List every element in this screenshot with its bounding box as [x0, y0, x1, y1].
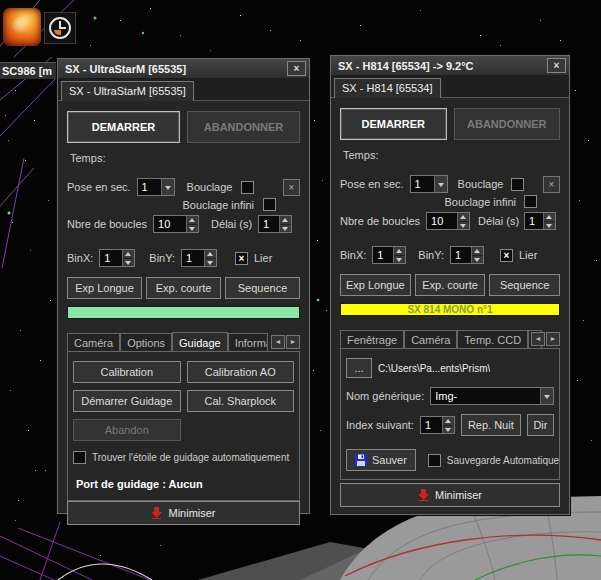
tab-guidage[interactable]: Guidage — [172, 332, 228, 351]
auto-guide-star-checkbox[interactable] — [73, 451, 86, 464]
bouclage-infini-checkbox[interactable] — [524, 195, 537, 208]
lier-label: Lier — [519, 249, 537, 261]
window-titlebar[interactable]: SX - H814 [65534] -> 9.2°C × — [331, 56, 569, 76]
exp-longue-button[interactable]: Exp Longue — [340, 274, 411, 296]
spinner-down-icon[interactable] — [205, 258, 216, 267]
abandonner-button[interactable]: ABANDONNER — [454, 108, 561, 140]
tab-camera[interactable]: Caméra — [67, 333, 120, 351]
bouclage-checkbox[interactable] — [511, 178, 524, 191]
delay-label: Délai (s) — [211, 218, 252, 230]
minimize-icon — [151, 507, 162, 519]
rep-nuit-button[interactable]: Rep. Nuit — [461, 414, 521, 436]
tab-camera[interactable]: Caméra — [404, 330, 457, 348]
close-icon[interactable]: × — [287, 61, 306, 76]
spinner-up-icon[interactable] — [123, 250, 134, 258]
next-index-spinner[interactable]: 1 — [420, 416, 455, 434]
sequence-button[interactable]: Sequence — [225, 277, 300, 299]
tab-information[interactable]: Information — [228, 333, 268, 351]
spinner-down-icon[interactable] — [280, 224, 291, 233]
save-button[interactable]: Sauver — [346, 449, 416, 471]
spinner-up-icon[interactable] — [544, 213, 555, 221]
spinner-up-icon[interactable] — [187, 216, 198, 224]
exp-longue-button[interactable]: Exp Longue — [67, 277, 142, 299]
spinner-down-icon[interactable] — [544, 221, 555, 230]
bouclage-infini-checkbox[interactable] — [263, 198, 276, 211]
device-tab[interactable]: SX - H814 [65534] — [334, 78, 441, 98]
calibration-button[interactable]: Calibration — [73, 361, 181, 383]
tab-scroll-left-icon[interactable]: ◄ — [271, 335, 285, 349]
spinner-up-icon[interactable] — [280, 216, 291, 224]
save-path-text: C:\Users\Pa...ents\Prism\ — [378, 363, 490, 374]
pose-select[interactable]: 1 — [137, 178, 175, 196]
lier-checkbox[interactable]: × — [235, 252, 248, 265]
device-tab[interactable]: SX - UltraStarM [65535] — [61, 81, 194, 101]
demarrer-guidage-button[interactable]: Démarrer Guidage — [73, 390, 181, 412]
spinner-up-icon[interactable] — [205, 250, 216, 258]
dir-button[interactable]: Dir — [527, 414, 554, 436]
file-save-panel: ... C:\Users\Pa...ents\Prism\ Nom généri… — [340, 348, 560, 480]
calibration-ao-button[interactable]: Calibration AO — [187, 361, 295, 383]
clock-timer-wedge — [54, 30, 61, 35]
binx-spinner[interactable]: 1 — [372, 246, 406, 264]
dropdown-icon[interactable] — [540, 388, 553, 404]
binx-spinner[interactable]: 1 — [99, 249, 135, 267]
pose-select[interactable]: 1 — [410, 175, 448, 193]
abandon-button[interactable]: Abandon — [73, 419, 181, 441]
biny-spinner[interactable]: 1 — [450, 246, 484, 264]
minimize-label: Minimiser — [168, 507, 215, 519]
generic-name-select[interactable]: Img- — [430, 387, 554, 405]
exposure-progress-bar — [67, 306, 300, 319]
loops-spinner[interactable]: 10 — [426, 212, 470, 230]
spinner-up-icon[interactable] — [472, 247, 483, 255]
tab-scroll-right-icon[interactable]: ► — [546, 332, 560, 346]
binx-label: BinX: — [340, 249, 366, 261]
spinner-up-icon[interactable] — [443, 417, 454, 425]
browse-button[interactable]: ... — [346, 358, 372, 378]
delay-label: Délai (s) — [478, 215, 519, 227]
spinner-down-icon[interactable] — [123, 258, 134, 267]
exp-courte-button[interactable]: Exp. courte — [415, 274, 486, 296]
delay-spinner[interactable]: 1 — [524, 212, 556, 230]
cal-sharplock-button[interactable]: Cal. Sharplock — [187, 390, 295, 412]
tab-scroll-left-icon[interactable]: ◄ — [531, 332, 545, 346]
close-icon[interactable]: × — [547, 58, 566, 73]
autosave-checkbox[interactable] — [428, 454, 441, 467]
spinner-down-icon[interactable] — [187, 224, 198, 233]
clock-icon[interactable] — [44, 12, 76, 44]
spinner-up-icon[interactable] — [458, 213, 469, 221]
demarrer-button[interactable]: DEMARRER — [67, 111, 180, 143]
sequence-button[interactable]: Sequence — [489, 274, 560, 296]
window-title: SX - H814 [65534] -> 9.2°C — [338, 60, 547, 72]
abandonner-button[interactable]: ABANDONNER — [187, 111, 300, 143]
tab-temp-ccd[interactable]: Temp. CCD — [457, 330, 528, 348]
minimize-button[interactable]: Minimiser — [340, 483, 560, 507]
prism-app-icon[interactable] — [3, 8, 41, 46]
tab-scroll-right-icon[interactable]: ► — [286, 335, 300, 349]
biny-spinner[interactable]: 1 — [181, 249, 217, 267]
delay-spinner[interactable]: 1 — [258, 215, 292, 233]
spinner-up-icon[interactable] — [394, 247, 405, 255]
dropdown-icon[interactable] — [434, 176, 447, 192]
device-tab-row: SX - H814 [65534] — [331, 76, 569, 98]
device-tab-row: SX - UltraStarM [65535] — [58, 79, 309, 101]
camera-status-bar: SX 814 MONO n°1 — [340, 303, 560, 316]
loop-cancel-button[interactable]: × — [283, 179, 300, 196]
spinner-down-icon[interactable] — [443, 425, 454, 434]
loop-cancel-button[interactable]: × — [543, 176, 560, 193]
exp-courte-button[interactable]: Exp. courte — [146, 277, 221, 299]
desktop: SC986 [m SX - UltraStarM [65535] × SX - … — [0, 0, 601, 580]
loops-spinner[interactable]: 10 — [153, 215, 199, 233]
guide-port-status: Port de guidage : Aucun — [76, 478, 294, 490]
spinner-down-icon[interactable] — [472, 255, 483, 264]
background-window-title[interactable]: SC986 [m — [0, 62, 57, 79]
tab-options[interactable]: Options — [120, 333, 172, 351]
window-titlebar[interactable]: SX - UltraStarM [65535] × — [58, 59, 309, 79]
demarrer-button[interactable]: DEMARRER — [340, 108, 447, 140]
minimize-button[interactable]: Minimiser — [67, 501, 300, 525]
spinner-down-icon[interactable] — [458, 221, 469, 230]
lier-checkbox[interactable]: × — [500, 249, 513, 262]
bouclage-checkbox[interactable] — [241, 181, 254, 194]
dropdown-icon[interactable] — [161, 179, 174, 195]
tab-fenetrage[interactable]: Fenêtrage — [340, 330, 404, 348]
spinner-down-icon[interactable] — [394, 255, 405, 264]
